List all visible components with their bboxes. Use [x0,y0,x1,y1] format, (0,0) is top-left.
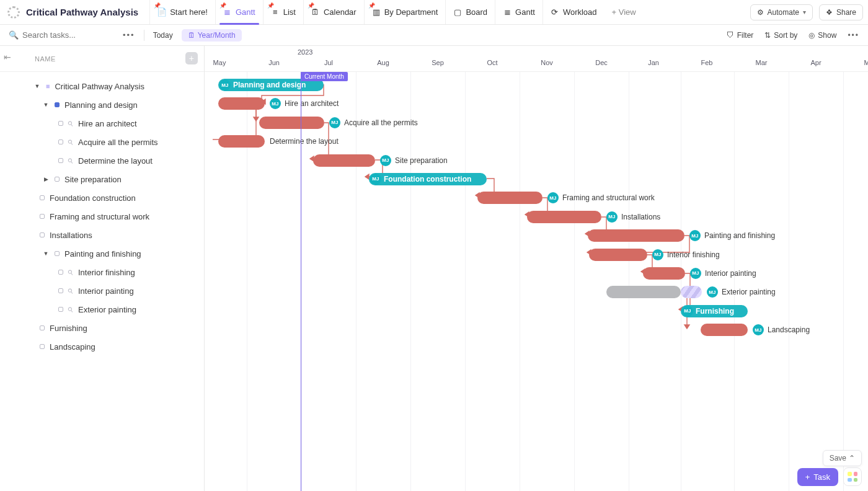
caret-icon[interactable]: ▶ [42,176,50,182]
tree-item-label: Framing and structural work [50,212,149,221]
status-square-icon[interactable] [55,251,60,256]
caret-icon[interactable]: ▼ [42,250,50,257]
gantt-bar[interactable] [313,154,375,167]
tree-item-label: Interior painting [78,286,134,296]
assignee-avatar[interactable]: MJ [652,249,663,260]
tree-item[interactable]: ▼Painting and finishing [0,244,204,263]
today-button[interactable]: Today [153,31,173,40]
apps-button[interactable] [843,467,862,486]
assignee-avatar[interactable]: MJ [547,192,559,203]
tree-item[interactable]: ⚲Exterior painting [0,300,204,319]
tree-item[interactable]: ⚲Interior finishing [0,263,204,281]
bar-label: MJInstallations [606,208,660,226]
assignee-avatar[interactable]: MJ [380,155,391,166]
tree-item[interactable]: Furnishing [0,319,204,337]
gantt-bar[interactable] [701,324,748,336]
gantt-bar[interactable] [218,97,265,110]
view-tab-board[interactable]: ▢Board [445,0,495,24]
search-more-icon[interactable]: ••• [123,30,135,40]
status-square-icon[interactable] [40,232,45,237]
add-view-button[interactable]: + View [604,0,644,24]
gantt-bar[interactable] [218,135,265,148]
status-square-icon[interactable] [55,102,60,107]
gantt-chart[interactable]: 2023 MayJunJulAugSepOctNovDecJanFebMarAp… [205,46,868,491]
assignee-avatar[interactable]: MJ [682,306,693,317]
status-square-icon[interactable] [58,270,63,275]
pin-icon: 📌 [368,2,375,9]
filter-button[interactable]: ⛉Filter [727,31,754,40]
assignee-avatar[interactable]: MJ [370,174,381,185]
tree-item[interactable]: ▼≡Critical Pathway Analysis [0,77,204,95]
caret-icon[interactable]: ▼ [42,102,50,108]
tree-item-label: Furnishing [50,324,87,333]
view-tabs: 📌📄Start here!📌≣Gantt📌≡List📌🗓Calendar📌▥By… [149,0,604,24]
gantt-bar-planned[interactable] [681,286,702,298]
gantt-bar[interactable] [259,117,324,129]
view-tab-gantt[interactable]: ≣Gantt [495,0,542,24]
tree-item[interactable]: ▼Planning and design [0,95,204,114]
search-icon: 🔍 [9,30,19,40]
status-square-icon[interactable] [58,158,63,163]
gantt-bar[interactable] [477,192,542,204]
add-column-button[interactable]: + [185,52,198,64]
status-square-icon[interactable] [58,288,63,293]
tree-item[interactable]: Framing and structural work [0,207,204,226]
tree-item[interactable]: Installations [0,226,204,244]
gantt-bar[interactable] [527,211,601,223]
status-square-icon[interactable] [40,325,45,330]
view-tab-list[interactable]: 📌≡List [263,0,303,24]
sort-button[interactable]: ⇅Sort by [764,31,797,40]
status-square-icon[interactable] [55,177,60,182]
gantt-bar[interactable] [589,249,647,261]
gantt-bar[interactable]: Foundation construction [369,173,487,185]
gantt-bar[interactable] [643,267,685,280]
assignee-avatar[interactable]: MJ [689,230,701,241]
assignee-avatar[interactable]: MJ [606,211,618,223]
toolbar-more-icon[interactable]: ••• [848,31,859,40]
tree-item[interactable]: Foundation construction [0,188,204,207]
view-tab-calendar[interactable]: 📌🗓Calendar [303,0,364,24]
assignee-avatar[interactable]: MJ [329,117,340,128]
app-logo-icon [7,6,20,19]
tree-item[interactable]: ⚲Acquire all the permits [0,133,204,151]
view-tab-workload[interactable]: ⟳Workload [542,0,604,24]
assignee-avatar[interactable]: MJ [270,98,281,109]
status-square-icon[interactable] [58,139,63,144]
board-col-icon: ▥ [372,7,381,17]
show-button[interactable]: ◎Show [808,31,836,40]
view-tab-by-department[interactable]: 📌▥By Department [364,0,446,24]
tree-item-label: Exterior painting [78,305,136,314]
status-square-icon[interactable] [58,121,63,126]
tree-item-label: Critical Pathway Analysis [55,82,144,91]
tree-item-label: Painting and finishing [64,249,141,259]
view-tab-start-here-[interactable]: 📌📄Start here! [149,0,215,24]
tree-item[interactable]: Landscaping [0,337,204,356]
tree-item[interactable]: ⚲Determine the layout [0,151,204,170]
status-square-icon[interactable] [40,214,45,219]
gantt-bar[interactable] [588,229,684,242]
month-label: M [864,59,868,66]
status-square-icon[interactable] [40,344,45,349]
tree-item[interactable]: ⚲Hire an architect [0,114,204,133]
automate-button[interactable]: ⚙ Automate ▾ [750,4,813,20]
board-icon: ▢ [453,7,462,17]
save-popup[interactable]: Save⌃ [823,450,862,466]
tree-item[interactable]: ⚲Interior painting [0,281,204,300]
search-input[interactable] [22,30,114,40]
view-tab-gantt[interactable]: 📌≣Gantt [215,0,263,24]
status-square-icon[interactable] [58,307,63,312]
caret-icon[interactable]: ▼ [33,83,41,89]
tree-item[interactable]: ▶Site preparation [0,170,204,188]
zoom-selector[interactable]: 🗓 Year/Month [182,29,242,42]
status-square-icon[interactable] [40,195,45,200]
share-button[interactable]: ❖ Share [819,4,863,20]
gantt-bar[interactable] [606,286,681,298]
assignee-avatar[interactable]: MJ [219,79,231,91]
search-box[interactable]: 🔍 [9,30,114,40]
assignee-avatar[interactable]: MJ [690,268,701,279]
pin-icon: 📌 [219,2,226,9]
bar-label: Determine the layout [270,132,339,151]
new-task-button[interactable]: +Task [797,468,838,486]
assignee-avatar[interactable]: MJ [707,286,718,298]
assignee-avatar[interactable]: MJ [753,324,764,335]
